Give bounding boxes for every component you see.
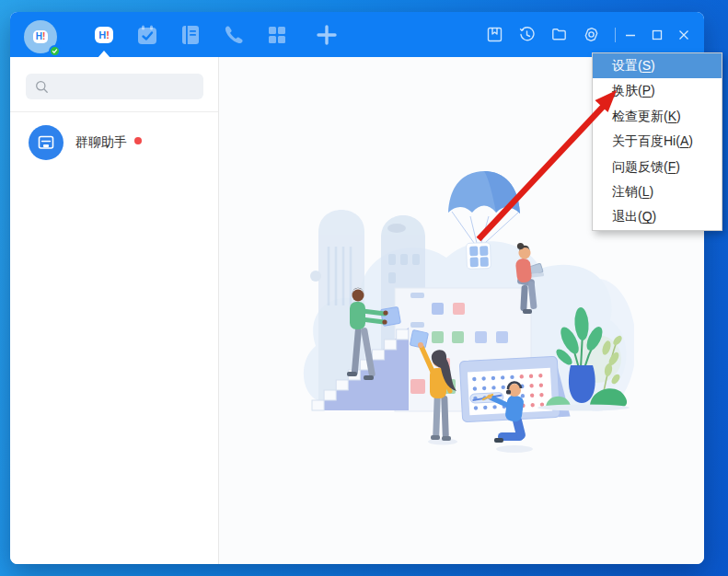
desktop: { "app": { "logo": { "h": "H", "bang": "…: [0, 0, 728, 576]
close-button[interactable]: [672, 21, 696, 49]
unread-dot: [134, 137, 142, 144]
tab-apps[interactable]: [259, 12, 295, 57]
minimize-button[interactable]: [618, 21, 642, 49]
online-status-badge: [49, 45, 61, 57]
menu-item-settings[interactable]: 设置(S): [593, 53, 722, 78]
history-button[interactable]: [514, 21, 538, 49]
menu-item-change-skin[interactable]: 换肤(P): [593, 78, 722, 103]
search-input[interactable]: [54, 80, 194, 94]
toolbar: H! H!: [10, 12, 704, 57]
group-chat-assistant-avatar: [29, 125, 64, 160]
apps-grid-icon: [265, 23, 289, 47]
search-zone: [10, 57, 218, 112]
search-icon: [35, 80, 49, 94]
phone-icon: [222, 23, 246, 47]
tab-contacts[interactable]: [172, 12, 209, 57]
chat-icon: H!: [95, 27, 113, 43]
search-box[interactable]: [26, 74, 203, 99]
tab-add[interactable]: [308, 12, 345, 57]
toolbar-right: [474, 21, 696, 49]
settings-context-menu: 设置(S) 换肤(P) 检查更新(K) 关于百度Hi(A) 问题反馈(F) 注销…: [592, 52, 722, 231]
main-tabs: H!: [86, 12, 352, 57]
menu-item-check-update[interactable]: 检查更新(K): [593, 104, 722, 129]
tab-phone[interactable]: [215, 12, 252, 57]
folder-button[interactable]: [547, 21, 571, 49]
folder-icon: [551, 27, 567, 42]
bookmark-button[interactable]: [482, 21, 506, 49]
chat-window-icon: [37, 133, 55, 152]
menu-item-exit[interactable]: 退出(Q): [593, 204, 722, 229]
active-tab-notch: [98, 51, 110, 58]
settings-button[interactable]: [579, 21, 603, 49]
user-avatar[interactable]: H!: [24, 20, 57, 53]
calendar-icon: [135, 23, 159, 47]
bookmark-icon: [487, 27, 503, 42]
contacts-icon: [179, 23, 202, 47]
baidu-hi-logo: H!: [33, 30, 49, 43]
maximize-icon: [651, 29, 664, 41]
sidebar: 群聊助手: [10, 57, 219, 564]
tab-calendar[interactable]: [129, 12, 166, 57]
list-item-group-chat-assistant[interactable]: 群聊助手: [10, 112, 218, 171]
history-icon: [519, 27, 535, 42]
gear-icon: [584, 27, 599, 42]
close-icon: [677, 29, 690, 41]
empty-state-illustration: [294, 166, 634, 460]
menu-item-logout[interactable]: 注销(L): [593, 179, 722, 204]
menu-item-feedback[interactable]: 问题反馈(F): [593, 155, 722, 179]
plus-icon: [315, 23, 339, 47]
minimize-icon: [624, 29, 637, 41]
list-item-label: 群聊助手: [75, 134, 127, 151]
toolbar-separator: [615, 28, 616, 42]
maximize-button[interactable]: [645, 21, 669, 49]
menu-item-about[interactable]: 关于百度Hi(A): [593, 129, 722, 154]
